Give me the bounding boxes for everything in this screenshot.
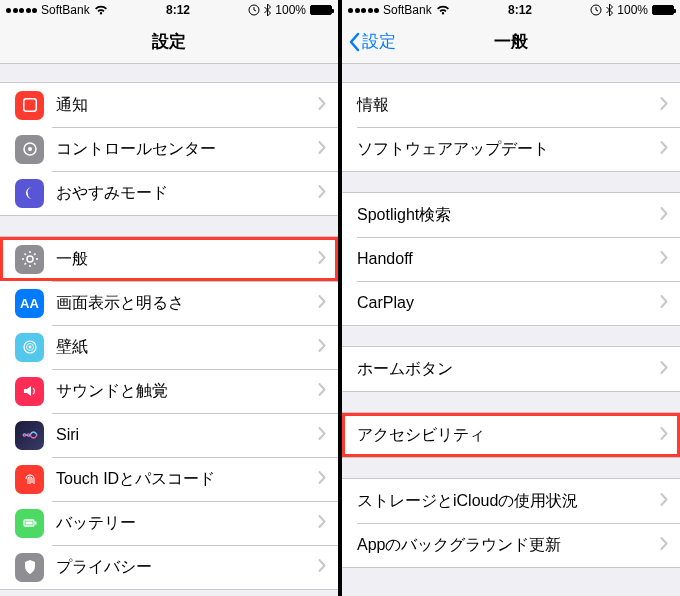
chevron-right-icon: [660, 492, 668, 510]
chevron-right-icon: [318, 382, 326, 400]
phone-general: SoftBank 8:12 100% 設定 一般 情報ソフトウェアアップデートS…: [342, 0, 680, 596]
rotation-lock-icon: [590, 4, 602, 16]
svg-point-7: [28, 346, 31, 349]
clock: 8:12: [508, 3, 532, 17]
wifi-icon: [94, 5, 108, 15]
row-label: バッテリー: [56, 513, 318, 534]
row-software-update[interactable]: ソフトウェアアップデート: [342, 127, 680, 171]
row-label: CarPlay: [357, 294, 660, 312]
wifi-icon: [436, 5, 450, 15]
row-carplay[interactable]: CarPlay: [342, 281, 680, 325]
row-accessibility[interactable]: アクセシビリティ: [342, 413, 680, 457]
chevron-right-icon: [660, 294, 668, 312]
row-label: Touch IDとパスコード: [56, 469, 318, 490]
row-control-center[interactable]: コントロールセンター: [0, 127, 338, 171]
row-spotlight[interactable]: Spotlight検索: [342, 193, 680, 237]
battery-icon: [652, 5, 674, 15]
bluetooth-icon: [264, 4, 271, 16]
sound-icon: [15, 377, 44, 406]
clock: 8:12: [166, 3, 190, 17]
row-home-button[interactable]: ホームボタン: [342, 347, 680, 391]
touch-icon: [15, 465, 44, 494]
row-battery[interactable]: バッテリー: [0, 501, 338, 545]
chevron-right-icon: [660, 360, 668, 378]
wall-icon: [15, 333, 44, 362]
battery-icon: [310, 5, 332, 15]
row-label: 壁紙: [56, 337, 318, 358]
chevron-right-icon: [318, 514, 326, 532]
bluetooth-icon: [606, 4, 613, 16]
row-label: Handoff: [357, 250, 660, 268]
row-wallpaper[interactable]: 壁紙: [0, 325, 338, 369]
status-bar: SoftBank 8:12 100%: [0, 0, 338, 20]
row-display-brightness[interactable]: AA画面表示と明るさ: [0, 281, 338, 325]
row-label: Siri: [56, 426, 318, 444]
nav-bar: 設定: [0, 20, 338, 64]
row-label: サウンドと触覚: [56, 381, 318, 402]
cc-icon: [15, 135, 44, 164]
chevron-right-icon: [318, 338, 326, 356]
row-handoff[interactable]: Handoff: [342, 237, 680, 281]
page-title: 設定: [152, 30, 186, 53]
carrier-label: SoftBank: [41, 3, 90, 17]
battery-pct: 100%: [617, 3, 648, 17]
row-notifications[interactable]: 通知: [0, 83, 338, 127]
row-label: ソフトウェアアップデート: [357, 139, 660, 160]
settings-list[interactable]: 通知コントロールセンターおやすみモード一般AA画面表示と明るさ壁紙サウンドと触覚…: [0, 64, 338, 596]
row-label: アクセシビリティ: [357, 425, 660, 446]
siri-icon: [15, 421, 44, 450]
status-bar: SoftBank 8:12 100%: [342, 0, 680, 20]
row-sounds[interactable]: サウンドと触覚: [0, 369, 338, 413]
general-list[interactable]: 情報ソフトウェアアップデートSpotlight検索HandoffCarPlayホ…: [342, 64, 680, 596]
dnd-icon: [15, 179, 44, 208]
svg-point-5: [27, 256, 33, 262]
chevron-right-icon: [660, 250, 668, 268]
battery-pct: 100%: [275, 3, 306, 17]
back-button[interactable]: 設定: [348, 30, 396, 53]
row-about[interactable]: 情報: [342, 83, 680, 127]
row-siri[interactable]: Siri: [0, 413, 338, 457]
chevron-right-icon: [318, 294, 326, 312]
row-label: ストレージとiCloudの使用状況: [357, 491, 660, 512]
rotation-lock-icon: [248, 4, 260, 16]
page-title: 一般: [494, 30, 528, 53]
disp-icon: AA: [15, 289, 44, 318]
row-label: 情報: [357, 95, 660, 116]
carrier-label: SoftBank: [383, 3, 432, 17]
row-label: Appのバックグラウンド更新: [357, 535, 660, 556]
chevron-right-icon: [318, 140, 326, 158]
row-privacy[interactable]: プライバシー: [0, 545, 338, 589]
chevron-right-icon: [318, 470, 326, 488]
row-storage-icloud[interactable]: ストレージとiCloudの使用状況: [342, 479, 680, 523]
row-label: 画面表示と明るさ: [56, 293, 318, 314]
svg-rect-11: [25, 522, 32, 525]
row-label: おやすみモード: [56, 183, 318, 204]
row-background-refresh[interactable]: Appのバックグラウンド更新: [342, 523, 680, 567]
row-do-not-disturb[interactable]: おやすみモード: [0, 171, 338, 215]
gen-icon: [15, 245, 44, 274]
row-label: コントロールセンター: [56, 139, 318, 160]
chevron-right-icon: [660, 536, 668, 554]
back-label: 設定: [362, 30, 396, 53]
chevron-right-icon: [318, 426, 326, 444]
row-label: Spotlight検索: [357, 205, 660, 226]
phone-settings: SoftBank 8:12 100% 設定 通知コントロールセンターおやすみモー…: [0, 0, 338, 596]
chevron-right-icon: [318, 184, 326, 202]
signal-dots-icon: [348, 8, 379, 13]
row-label: 一般: [56, 249, 318, 270]
row-general[interactable]: 一般: [0, 237, 338, 281]
notif-icon: [15, 91, 44, 120]
chevron-right-icon: [660, 96, 668, 114]
nav-bar: 設定 一般: [342, 20, 680, 64]
row-touch-id[interactable]: Touch IDとパスコード: [0, 457, 338, 501]
chevron-right-icon: [318, 96, 326, 114]
chevron-right-icon: [318, 558, 326, 576]
chevron-left-icon: [348, 32, 360, 52]
chevron-right-icon: [660, 426, 668, 444]
chevron-right-icon: [660, 206, 668, 224]
chevron-right-icon: [660, 140, 668, 158]
priv-icon: [15, 553, 44, 582]
row-label: プライバシー: [56, 557, 318, 578]
svg-point-4: [28, 147, 32, 151]
svg-rect-10: [35, 522, 37, 525]
